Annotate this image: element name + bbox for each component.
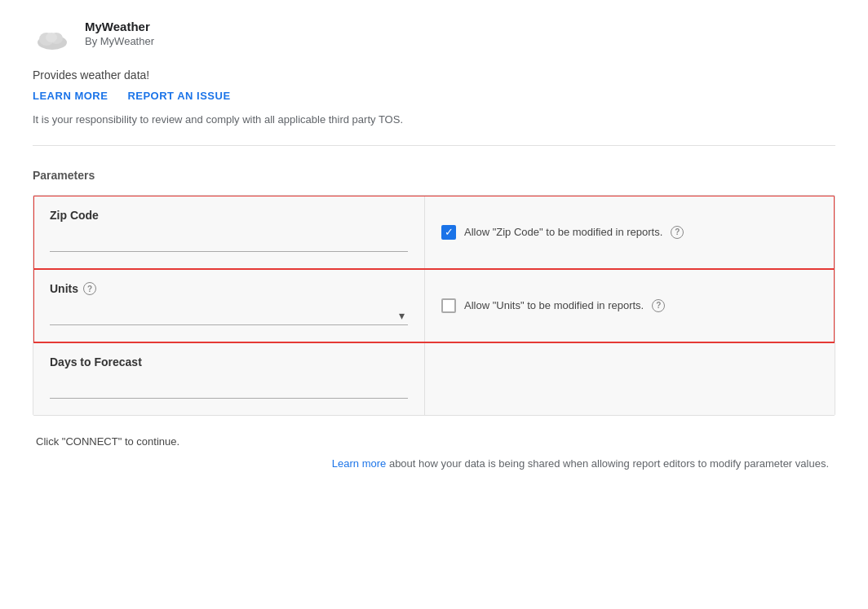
divider xyxy=(33,145,835,146)
app-info: MyWeather By MyWeather xyxy=(85,20,154,47)
param-left-units: Units ? Imperial Metric ▾ xyxy=(33,269,425,342)
app-by: By MyWeather xyxy=(85,35,154,47)
params-wrapper: Zip Code ✓ Allow "Zip Code" to be modifi… xyxy=(33,195,835,416)
param-left-days: Days to Forecast xyxy=(33,342,425,415)
days-input[interactable] xyxy=(50,378,408,399)
app-description: Provides weather data! xyxy=(33,68,835,82)
learn-more-suffix: about how your data is being shared when… xyxy=(386,457,829,470)
learn-more-link[interactable]: LEARN MORE xyxy=(33,90,108,102)
parameters-label: Parameters xyxy=(33,169,835,182)
svg-point-3 xyxy=(46,33,57,42)
param-right-days xyxy=(425,342,835,415)
units-allow-help-icon[interactable]: ? xyxy=(652,299,665,312)
units-allow-text: Allow "Units" to be modified in reports. xyxy=(464,299,644,311)
app-title: MyWeather xyxy=(85,20,154,33)
tos-text: It is your responsibility to review and … xyxy=(33,113,835,126)
zipcode-allow-help-icon[interactable]: ? xyxy=(671,226,684,239)
page-container: MyWeather By MyWeather Provides weather … xyxy=(0,0,868,502)
param-right-units: Allow "Units" to be modified in reports.… xyxy=(425,269,835,342)
allow-row-units: Allow "Units" to be modified in reports.… xyxy=(441,298,665,313)
report-issue-link[interactable]: REPORT AN ISSUE xyxy=(127,90,230,102)
param-name-units: Units ? xyxy=(50,282,408,295)
check-icon: ✓ xyxy=(445,227,454,237)
links-row: LEARN MORE REPORT AN ISSUE xyxy=(33,90,835,102)
units-checkbox[interactable] xyxy=(441,298,456,313)
param-right-zipcode: ✓ Allow "Zip Code" to be modified in rep… xyxy=(425,196,835,268)
parameters-section: Parameters Zip Code ✓ Allow "Zip Code" t… xyxy=(33,169,835,416)
learn-more-data-link[interactable]: Learn more xyxy=(332,457,386,470)
units-select-wrap: Imperial Metric ▾ xyxy=(50,305,408,325)
param-row-days: Days to Forecast xyxy=(33,342,835,415)
app-icon xyxy=(33,20,72,59)
param-name-days: Days to Forecast xyxy=(50,355,408,368)
units-help-icon[interactable]: ? xyxy=(83,282,96,295)
header-section: MyWeather By MyWeather xyxy=(33,20,835,59)
allow-row-zipcode: ✓ Allow "Zip Code" to be modified in rep… xyxy=(441,225,684,240)
bottom-learn-more: Learn more about how your data is being … xyxy=(33,457,835,470)
connect-note: Click "CONNECT" to continue. xyxy=(33,435,835,448)
zipcode-allow-text: Allow "Zip Code" to be modified in repor… xyxy=(464,226,662,238)
param-row-zipcode: Zip Code ✓ Allow "Zip Code" to be modifi… xyxy=(33,196,835,269)
param-left-zipcode: Zip Code xyxy=(33,196,425,268)
zipcode-input[interactable] xyxy=(50,232,408,252)
units-select[interactable]: Imperial Metric xyxy=(50,305,408,325)
param-row-units: Units ? Imperial Metric ▾ xyxy=(33,269,835,342)
zipcode-checkbox[interactable]: ✓ xyxy=(441,225,456,240)
param-name-zipcode: Zip Code xyxy=(50,209,408,222)
